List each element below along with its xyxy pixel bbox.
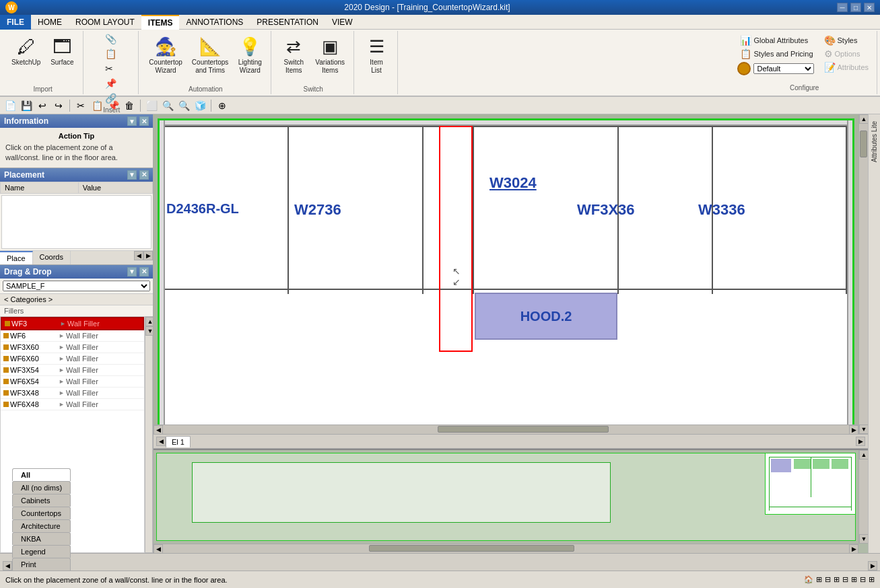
placement-tab-coords[interactable]: Coords	[33, 251, 71, 264]
status-icon-1[interactable]: 🏠	[804, 575, 813, 584]
attributes-button[interactable]: 📝 Attributes	[821, 61, 871, 74]
toolbar-save[interactable]: 💾	[19, 98, 34, 113]
status-icon-4[interactable]: ⊞	[834, 575, 840, 584]
placement-panel-header[interactable]: Placement ▼ ✕	[0, 168, 153, 182]
item-list-button[interactable]: ☰ ItemList	[361, 32, 392, 77]
restore-button[interactable]: □	[850, 3, 861, 12]
mini-vscroll-up[interactable]: ▲	[859, 450, 868, 460]
insert-btn-4[interactable]: 📌	[102, 77, 121, 90]
toolbar-delete[interactable]: 🗑	[122, 98, 137, 113]
info-panel-close[interactable]: ✕	[139, 116, 149, 126]
placement-scroll-right[interactable]: ▶	[143, 251, 153, 260]
canvas-hscroll-right[interactable]: ▶	[849, 425, 858, 435]
toolbar-new[interactable]: 📄	[3, 98, 18, 113]
menu-presentation[interactable]: PRESENTATION	[250, 15, 325, 30]
el-tab-scroll-right[interactable]: ▶	[856, 437, 865, 446]
mini-vscroll-down[interactable]: ▼	[859, 534, 868, 544]
toolbar-redo[interactable]: ↪	[51, 98, 66, 113]
minimize-button[interactable]: ─	[837, 3, 848, 12]
insert-btn-1[interactable]: 📎	[102, 32, 121, 46]
el-tab-1[interactable]: El 1	[166, 436, 191, 447]
insert-btn-3[interactable]: ✂	[102, 62, 121, 75]
styles-button[interactable]: 🎨 Styles	[821, 34, 871, 47]
bottom-tab-cabinets[interactable]: Cabinets	[12, 494, 71, 507]
canvas-hscroll-left[interactable]: ◀	[154, 425, 163, 435]
bottom-tab-print[interactable]: Print	[12, 558, 71, 571]
canvas-vscroll-up[interactable]: ▲	[859, 114, 868, 124]
status-icon-3[interactable]: ⊟	[825, 575, 831, 584]
toolbar-cut[interactable]: ✂	[73, 98, 88, 113]
sketchup-button[interactable]: 🖊 SketchUp	[8, 32, 44, 68]
placement-scroll-left[interactable]: ◀	[134, 251, 143, 260]
options-button[interactable]: ⚙ Options	[821, 47, 871, 61]
placement-panel-close[interactable]: ✕	[139, 170, 149, 180]
status-icon-8[interactable]: ⊞	[869, 575, 875, 584]
dd-item-0[interactable]: WF3 ► Wall Filler	[1, 317, 144, 330]
global-attributes-button[interactable]: 📊 Global Attributes	[737, 34, 815, 47]
toolbar-zoom[interactable]: 🔍	[160, 98, 175, 113]
dd-item-4[interactable]: WF3X54 ► Wall Filler	[1, 365, 144, 376]
menu-view[interactable]: VIEW	[325, 15, 360, 30]
info-panel-collapse[interactable]: ▼	[127, 116, 137, 126]
dd-item-6[interactable]: WF3X48 ► Wall Filler	[1, 388, 144, 399]
placement-tab-place[interactable]: Place	[0, 251, 33, 264]
info-panel-header[interactable]: Information ▼ ✕	[0, 114, 153, 128]
toolbar-extra[interactable]: ⊕	[215, 98, 230, 113]
dd-item-5[interactable]: WF6X54 ► Wall Filler	[1, 376, 144, 388]
status-icon-6[interactable]: ⊞	[851, 575, 857, 584]
canvas-vscroll[interactable]: ▲ ▼	[858, 114, 868, 434]
menu-items[interactable]: ITEMS	[141, 15, 180, 30]
mini-hscroll-right[interactable]: ▶	[849, 544, 858, 554]
menu-file[interactable]: FILE	[0, 15, 31, 30]
dragdrop-panel-header[interactable]: Drag & Drop ▼ ✕	[0, 265, 153, 279]
dd-item-2[interactable]: WF3X60 ► Wall Filler	[1, 342, 144, 353]
placement-panel-collapse[interactable]: ▼	[127, 170, 137, 180]
mini-hscroll-left[interactable]: ◀	[154, 544, 163, 554]
dragdrop-panel-close[interactable]: ✕	[139, 267, 149, 277]
bottom-tab-architecture[interactable]: Architecture	[12, 519, 71, 532]
bottom-tab-scroll-left[interactable]: ◀	[3, 561, 12, 571]
el-tab-scroll-left[interactable]: ◀	[156, 437, 166, 446]
dd-categories[interactable]: < Categories >	[0, 293, 153, 305]
variations-button[interactable]: ▣ VariationsItems	[312, 32, 348, 77]
canvas-vscroll-down[interactable]: ▼	[859, 425, 868, 434]
status-icon-5[interactable]: ⊟	[842, 575, 848, 584]
configure-dropdown[interactable]: Default	[753, 63, 814, 74]
countertop-wizard-button[interactable]: 🧙 CountertopWizard	[145, 32, 185, 77]
dd-list-scrollbar[interactable]: ▲ ▼	[145, 316, 153, 553]
bottom-tab-scroll-right[interactable]: ▶	[868, 561, 877, 571]
mini-vscroll[interactable]: ▲ ▼	[858, 450, 868, 544]
mini-hscroll[interactable]: ◀ ▶	[154, 544, 858, 553]
countertops-trims-button[interactable]: 📐 Countertopsand Trims	[189, 32, 232, 77]
toolbar-select-all[interactable]: ⬜	[144, 98, 159, 113]
dd-scroll-up[interactable]: ▲	[145, 317, 153, 326]
dd-item-1[interactable]: WF6 ► Wall Filler	[1, 330, 144, 342]
bottom-tab-all-(no-dims)[interactable]: All (no dims)	[12, 481, 71, 494]
design-canvas[interactable]: ▲ ▼	[154, 114, 868, 434]
bottom-tab-countertops[interactable]: Countertops	[12, 507, 71, 519]
dd-item-3[interactable]: WF6X60 ► Wall Filler	[1, 353, 144, 365]
toolbar-undo[interactable]: ↩	[35, 98, 50, 113]
toolbar-zoom-in[interactable]: 🔍	[176, 98, 191, 113]
toolbar-3d[interactable]: 🧊	[193, 98, 207, 113]
bottom-tab-nkba[interactable]: NKBA	[12, 532, 71, 545]
lighting-wizard-button[interactable]: 💡 LightingWizard	[234, 32, 265, 77]
insert-btn-2[interactable]: 📋	[102, 47, 121, 61]
menu-annotations[interactable]: ANNOTATIONS	[179, 15, 250, 30]
dd-item-7[interactable]: WF6X48 ► Wall Filler	[1, 399, 144, 410]
dragdrop-panel-collapse[interactable]: ▼	[127, 267, 137, 277]
toolbar-copy[interactable]: 📋	[90, 98, 104, 113]
canvas-hscroll[interactable]: ◀ ▶	[154, 425, 858, 434]
menu-room-layout[interactable]: ROOM LAYOUT	[69, 15, 141, 30]
surface-button[interactable]: 🗔 Surface	[46, 32, 77, 68]
status-icon-2[interactable]: ⊞	[816, 575, 822, 584]
toolbar-paste[interactable]: 📌	[106, 98, 121, 113]
switch-items-button[interactable]: ⇄ SwitchItems	[278, 32, 309, 77]
properties-sidebar[interactable]: Attributes Lite	[868, 114, 880, 553]
dd-catalog-dropdown[interactable]: SAMPLE_F	[3, 281, 150, 291]
bottom-tab-legend[interactable]: Legend	[12, 545, 71, 558]
bottom-tab-all[interactable]: All	[12, 468, 71, 481]
menu-home[interactable]: HOME	[31, 15, 69, 30]
window-controls[interactable]: ─ □ ✕	[837, 3, 875, 12]
styles-pricing-button[interactable]: 📋 Styles and Pricing	[737, 47, 815, 61]
